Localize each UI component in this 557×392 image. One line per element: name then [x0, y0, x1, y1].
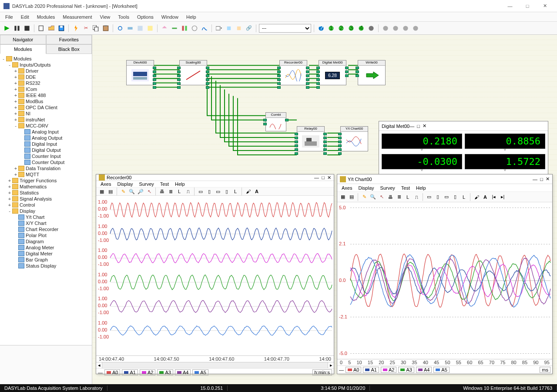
menu-axes[interactable]: Axes: [98, 181, 114, 187]
close-icon[interactable]: ✕: [546, 176, 550, 182]
minimize-button[interactable]: —: [501, 1, 519, 11]
tb-icon[interactable]: ▯: [223, 188, 231, 195]
tree-node[interactable]: Counter Output: [1, 159, 91, 165]
tb-icon[interactable]: L: [460, 193, 468, 201]
nav-tab-blackbox[interactable]: Black Box: [46, 44, 92, 54]
tree-node[interactable]: +OPC DA Client: [1, 104, 91, 111]
menu-measurement[interactable]: Measurement: [59, 13, 95, 20]
tool-icon[interactable]: [235, 24, 243, 33]
tree-node[interactable]: X/Y Chart: [1, 220, 91, 226]
menu-help[interactable]: Help: [172, 181, 188, 187]
tree-node[interactable]: Analog Meter: [1, 245, 91, 251]
block-devai[interactable]: DevAI00: [126, 60, 154, 85]
tree-node[interactable]: +MQTT: [1, 171, 91, 178]
tool-icon[interactable]: [146, 24, 154, 33]
menu-tools[interactable]: Tools: [114, 13, 133, 20]
tree-node[interactable]: Y/t Chart: [1, 214, 91, 220]
pen-icon[interactable]: ✎: [360, 193, 368, 201]
ytchart-plot[interactable]: 5.02.10.0-2.1-5.0: [337, 202, 552, 359]
tb-icon[interactable]: ▤: [348, 193, 356, 201]
tool-icon[interactable]: [126, 24, 134, 33]
tool-icon[interactable]: [160, 24, 169, 33]
block-write[interactable]: Write00: [358, 60, 386, 85]
tree-node[interactable]: Counter Input: [1, 153, 91, 159]
help-icon[interactable]: ?: [317, 24, 325, 33]
tree-node[interactable]: Status Display: [1, 263, 91, 269]
menu-window[interactable]: Window: [158, 13, 182, 20]
pen-icon[interactable]: ✎: [119, 188, 127, 195]
tree-node[interactable]: Analog Input: [1, 129, 91, 135]
tree-node[interactable]: +Data Translation: [1, 165, 91, 171]
tb-icon[interactable]: ▭: [214, 188, 222, 195]
menu-test[interactable]: Test: [158, 181, 171, 187]
module-tree[interactable]: -Modules-Inputs/Outputs+Driver+DDE+RS232…: [0, 54, 92, 345]
menu-help[interactable]: Help: [413, 185, 429, 191]
menu-edit[interactable]: Edit: [17, 13, 33, 20]
tree-node[interactable]: Digital Input: [1, 141, 91, 147]
tree-node[interactable]: Analog Output: [1, 135, 91, 141]
cut-icon[interactable]: ✂: [81, 24, 90, 33]
tree-node[interactable]: Digital Meter: [1, 251, 91, 257]
pause-button[interactable]: [13, 24, 21, 33]
action-icon[interactable]: [71, 24, 80, 33]
scrollbar[interactable]: [102, 362, 328, 368]
tb-icon[interactable]: ▦: [98, 188, 106, 195]
tool-icon[interactable]: [136, 24, 144, 33]
tool-icon[interactable]: [170, 24, 179, 33]
block-scaling[interactable]: Scaling00: [179, 60, 207, 85]
tree-node[interactable]: -Inputs/Outputs: [1, 62, 91, 68]
open-button[interactable]: [47, 24, 56, 33]
stop-button[interactable]: [23, 24, 31, 33]
tb-icon[interactable]: ▤: [107, 188, 114, 195]
tree-node[interactable]: Bar Graph: [1, 257, 91, 263]
tool-icon[interactable]: [225, 24, 233, 33]
tb-icon[interactable]: ≣: [167, 188, 174, 195]
tb-icon[interactable]: ⎍: [413, 193, 420, 201]
tree-node[interactable]: +Trigger Functions: [1, 178, 91, 184]
record-icon[interactable]: [401, 24, 410, 33]
recorder-window[interactable]: Recorder00— □ ✕ Axes Display Survey Test…: [96, 174, 334, 374]
tree-node[interactable]: +DDE: [1, 74, 91, 80]
color-icon[interactable]: 🖌: [473, 193, 480, 201]
menu-help[interactable]: Help: [183, 13, 200, 20]
menu-axes[interactable]: Axes: [339, 185, 355, 191]
tree-node[interactable]: +instruNet: [1, 117, 91, 123]
copy-icon[interactable]: [91, 24, 100, 33]
tb-icon[interactable]: L: [404, 193, 412, 201]
menu-display[interactable]: Display: [114, 181, 135, 187]
tree-node[interactable]: +Driver: [1, 68, 91, 74]
block-combitrig[interactable]: Combi Trig00: [265, 112, 286, 131]
tree-node[interactable]: -Modules: [1, 56, 91, 62]
cursor-icon[interactable]: ↖: [145, 188, 153, 195]
recorder-plot[interactable]: 1.000.00-1.001.000.00-1.001.000.00-1.001…: [96, 196, 334, 355]
tb-icon[interactable]: ▭: [443, 193, 450, 201]
maximize-icon[interactable]: □: [322, 175, 325, 180]
tb-icon[interactable]: ▸|: [499, 193, 507, 201]
tool-icon[interactable]: [190, 24, 199, 33]
tree-node[interactable]: +Statistics: [1, 190, 91, 196]
maximize-icon[interactable]: □: [540, 177, 543, 182]
tree-node[interactable]: +Mathematics: [1, 184, 91, 190]
menu-survey[interactable]: Survey: [137, 181, 157, 187]
record-icon[interactable]: [411, 24, 420, 33]
tb-icon[interactable]: ▦: [339, 193, 347, 201]
close-button[interactable]: ✕: [536, 1, 554, 11]
nav-tab-favorites[interactable]: Favorites: [46, 35, 92, 44]
nav-tab-modules[interactable]: Modules: [0, 44, 46, 54]
tree-node[interactable]: +Signal Analysis: [1, 196, 91, 202]
minimize-icon[interactable]: —: [533, 177, 537, 182]
tree-node[interactable]: +IEEE 488: [1, 92, 91, 98]
tb-icon[interactable]: ▭: [197, 188, 205, 195]
dropdown-icon[interactable]: [215, 24, 223, 33]
play-button[interactable]: [3, 24, 11, 33]
save-button[interactable]: [57, 24, 66, 33]
minimize-icon[interactable]: —: [314, 175, 319, 180]
worksheet-canvas[interactable]: DevAI00 Scaling00 Recorder00 Digital Met…: [92, 35, 557, 384]
tool-icon[interactable]: [116, 24, 124, 33]
record-icon[interactable]: [391, 24, 400, 33]
tb-icon[interactable]: ≣: [395, 193, 403, 201]
tb-icon[interactable]: L: [232, 188, 239, 195]
menu-survey[interactable]: Survey: [378, 185, 398, 191]
tb-icon[interactable]: |◂: [490, 193, 498, 201]
new-button[interactable]: [37, 24, 46, 33]
